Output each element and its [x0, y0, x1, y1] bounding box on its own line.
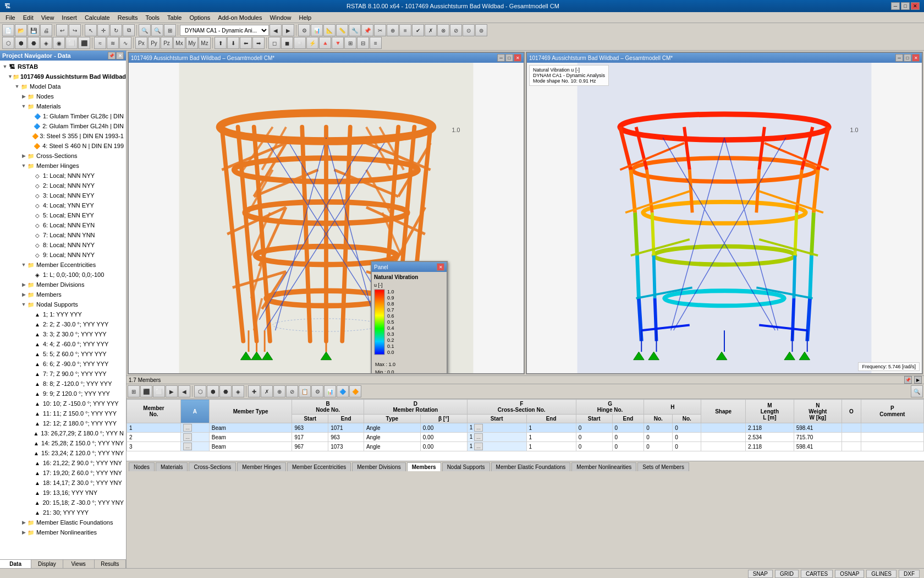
- tb-btn-h[interactable]: ⊕: [387, 24, 399, 36]
- tb2-p[interactable]: Mz: [199, 37, 211, 49]
- tb2-aa[interactable]: ⊞: [344, 37, 356, 49]
- tree-hinge-1[interactable]: ◇1: Local; NNN NYY: [1, 171, 125, 181]
- tree-sup-3[interactable]: ▲3: 3; Z 30.0 °; YYY YYY: [1, 329, 125, 339]
- minimize-button[interactable]: ─: [891, 2, 900, 10]
- tb2-c[interactable]: ⬣: [28, 37, 40, 49]
- tbl-btn-10[interactable]: ✚: [248, 385, 260, 397]
- btab-member-elastic-foundations[interactable]: Member Elastic Foundations: [491, 462, 571, 471]
- tree-hinge-7[interactable]: ◇7: Local; NNN YNN: [1, 230, 125, 240]
- status-grid[interactable]: GRID: [775, 570, 799, 578]
- tb-move[interactable]: ✛: [97, 24, 109, 36]
- menu-help[interactable]: Help: [296, 13, 315, 22]
- tbl-btn-3[interactable]: ⬜: [153, 385, 165, 397]
- tbl-btn-6[interactable]: ⬡: [194, 385, 206, 397]
- tbl-btn-8[interactable]: ⬣: [219, 385, 232, 397]
- tb-btn-n[interactable]: ⊙: [463, 24, 475, 36]
- tb-btn-j[interactable]: ✔: [412, 24, 424, 36]
- nav-tab-results[interactable]: Results: [95, 560, 126, 568]
- tree-hinge-3[interactable]: ◇3: Local; NNN EYY: [1, 190, 125, 200]
- tb-prev[interactable]: ◀: [270, 24, 282, 36]
- table-row[interactable]: 2 … Beam 917 963 Angle 0.00 1 … 1 0 0 0: [127, 433, 924, 442]
- tree-hinge-4[interactable]: ◇4: Local; YNN EYY: [1, 200, 125, 210]
- nav-close-button[interactable]: ✕: [116, 52, 124, 59]
- tree-hinge-5[interactable]: ◇5: Local; ENN EYY: [1, 210, 125, 220]
- tbl-btn-15[interactable]: ⚙: [311, 385, 323, 397]
- tb2-bb[interactable]: ⊟: [357, 37, 369, 49]
- tb-btn-a[interactable]: ⚙: [298, 24, 310, 36]
- tb-select[interactable]: ↖: [85, 24, 97, 36]
- tree-mat-3[interactable]: 🔶 3: Steel S 355 | DIN EN 1993-1: [1, 131, 125, 141]
- tree-hinge-6[interactable]: ◇6: Local; NNN EYN: [1, 220, 125, 230]
- tbl-btn-5[interactable]: ◀: [178, 385, 190, 397]
- tb2-n[interactable]: Mx: [173, 37, 185, 49]
- tb-zoom-fit[interactable]: ⊞: [164, 24, 176, 36]
- tb2-z[interactable]: 🔻: [332, 37, 344, 49]
- view1-minimize[interactable]: ─: [497, 54, 505, 62]
- css1-btn[interactable]: …: [474, 424, 483, 432]
- table-arrow-btn[interactable]: ▶: [914, 376, 922, 384]
- tb2-y[interactable]: 🔺: [319, 37, 331, 49]
- tb2-i[interactable]: ≋: [107, 37, 119, 49]
- tbl-btn-7[interactable]: ⬢: [207, 385, 219, 397]
- tb2-h[interactable]: ≈: [94, 37, 106, 49]
- tree-sup-4[interactable]: ▲4: 4; Z -60.0 °; YYY YYY: [1, 339, 125, 349]
- tree-mat-1[interactable]: 🔷 1: Glulam Timber GL28c | DIN: [1, 111, 125, 121]
- tb2-v[interactable]: ◼: [281, 37, 293, 49]
- tree-nodal-supports[interactable]: ▼ 📁 Nodal Supports: [1, 299, 125, 309]
- tb-copy[interactable]: ⧉: [123, 24, 135, 36]
- tbl-btn-11[interactable]: ✗: [261, 385, 273, 397]
- tb-btn-f[interactable]: 📌: [361, 24, 373, 36]
- tree-member-divisions[interactable]: ▶ 📁 Member Divisions: [1, 280, 125, 290]
- row2-btn[interactable]: …: [183, 433, 192, 441]
- tbl-btn-12[interactable]: ⊕: [273, 385, 285, 397]
- btab-sets-of-members[interactable]: Sets of Members: [637, 462, 689, 471]
- nav-tab-data[interactable]: Data: [0, 560, 31, 568]
- tree-hinge-2[interactable]: ◇2: Local; NNN NYY: [1, 181, 125, 190]
- tbl-btn-13[interactable]: ⊘: [286, 385, 298, 397]
- btab-nodes[interactable]: Nodes: [129, 462, 155, 471]
- tree-sup-20[interactable]: ▲20: 15,18; Z -30.0 °; YYY YNY: [1, 498, 125, 508]
- btab-nodal-supports[interactable]: Nodal Supports: [442, 462, 490, 471]
- tb2-s[interactable]: ⬅: [240, 37, 252, 49]
- row1-btn[interactable]: …: [183, 424, 192, 432]
- nav-tab-display[interactable]: Display: [31, 560, 63, 568]
- tree-elastic-foundations[interactable]: ▶ 📁 Member Elastic Foundations: [1, 517, 125, 527]
- tree-members[interactable]: ▶ 📁 Members: [1, 290, 125, 299]
- tb2-e[interactable]: ◉: [53, 37, 65, 49]
- tbl-btn-2[interactable]: ⬛: [140, 385, 152, 397]
- tree-nonlinearities[interactable]: ▶ 📁 Member Nonlinearities: [1, 527, 125, 537]
- tb-undo[interactable]: ↩: [56, 24, 68, 36]
- row3-btn[interactable]: …: [183, 443, 192, 450]
- menu-file[interactable]: File: [2, 13, 19, 22]
- nav-tab-views[interactable]: Views: [63, 560, 95, 568]
- table-row[interactable]: 1 … Beam 963 1071 Angle 0.00 1 … 1 0 0 0: [127, 423, 924, 433]
- tb-btn-e[interactable]: 🔧: [349, 24, 361, 36]
- tree-sup-16[interactable]: ▲16: 21,22; Z 90.0 °; YYY YNY: [1, 458, 125, 468]
- tb-redo[interactable]: ↪: [69, 24, 81, 36]
- tree-sup-2[interactable]: ▲2: 2; Z -30.0 °; YYY YYY: [1, 319, 125, 329]
- menu-options[interactable]: Options: [186, 13, 213, 22]
- tb-btn-l[interactable]: ⊗: [437, 24, 449, 36]
- css3-btn[interactable]: …: [474, 443, 483, 450]
- panel-close-button[interactable]: ✕: [437, 263, 444, 271]
- status-glines[interactable]: GLINES: [866, 570, 897, 578]
- tbl-btn-magnify[interactable]: 🔍: [911, 385, 923, 397]
- tree-hinge-9[interactable]: ◇9: Local; NNN NYY: [1, 250, 125, 260]
- tbl-btn-18[interactable]: 🔶: [349, 385, 361, 397]
- tree-sup-13[interactable]: ▲13: 26,27,29; Z 180.0 °; YYY N: [1, 428, 125, 438]
- tb-btn-i[interactable]: ≡: [399, 24, 411, 36]
- tree-model-data[interactable]: ▼ 📁 Model Data: [1, 81, 125, 91]
- close-button[interactable]: ✕: [911, 2, 920, 10]
- view2-close[interactable]: ✕: [912, 54, 920, 62]
- tb-btn-m[interactable]: ⊘: [450, 24, 462, 36]
- tb2-d[interactable]: ◈: [40, 37, 52, 49]
- tb2-x[interactable]: ⚡: [306, 37, 318, 49]
- tbl-btn-16[interactable]: 📊: [324, 385, 336, 397]
- tb-btn-d[interactable]: 📏: [336, 24, 348, 36]
- tb-zoom-in[interactable]: 🔍: [139, 24, 151, 36]
- tbl-btn-1[interactable]: ⊞: [128, 385, 140, 397]
- menu-edit[interactable]: Edit: [20, 13, 37, 22]
- tb-rotate[interactable]: ↻: [110, 24, 122, 36]
- tree-sup-19[interactable]: ▲19: 13,16; YYY YNY: [1, 488, 125, 498]
- table-row[interactable]: 3 … Beam 967 1073 Angle 0.00 1 … 1 0 0 0: [127, 442, 924, 451]
